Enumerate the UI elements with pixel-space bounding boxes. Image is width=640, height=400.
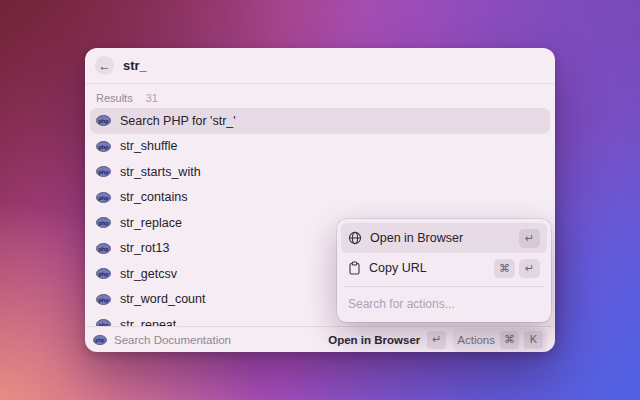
php-icon: php <box>96 216 111 229</box>
result-row[interactable]: php str_starts_with <box>90 159 550 185</box>
result-row[interactable]: php Search PHP for 'str_' <box>90 108 550 134</box>
return-key: ↵ <box>519 259 540 278</box>
svg-text:php: php <box>98 118 109 124</box>
command-key: ⌘ <box>500 331 519 349</box>
primary-action-button[interactable]: Open in Browser <box>328 334 420 346</box>
action-copy-url[interactable]: Copy URL ⌘ ↵ <box>341 253 547 283</box>
results-count: 31 <box>146 92 158 104</box>
footer-app: php Search Documentation <box>93 334 231 346</box>
result-label: str_rot13 <box>120 241 169 255</box>
footer-app-label: Search Documentation <box>114 334 231 346</box>
action-label: Open in Browser <box>370 231 463 245</box>
svg-text:php: php <box>98 271 109 277</box>
php-icon: php <box>96 191 111 204</box>
clipboard-icon <box>348 261 361 275</box>
actions-search-input[interactable] <box>341 290 547 318</box>
result-label: str_word_count <box>120 292 205 306</box>
back-button[interactable]: ← <box>95 56 114 75</box>
svg-text:php: php <box>98 169 109 175</box>
actions-menu-button[interactable]: Actions ⌘ K <box>453 328 547 352</box>
result-label: str_starts_with <box>120 165 201 179</box>
result-label: str_repeat <box>120 318 176 326</box>
action-shortcut: ⌘ ↵ <box>494 259 540 278</box>
launcher-window: ← Results 31 php Search PHP for 'str_' p… <box>85 48 555 352</box>
svg-text:php: php <box>98 220 109 226</box>
php-icon: php <box>96 114 111 127</box>
result-label: str_shuffle <box>120 139 177 153</box>
php-icon: php <box>96 293 111 306</box>
result-label: str_getcsv <box>120 267 177 281</box>
action-label: Copy URL <box>369 261 427 275</box>
php-icon: php <box>96 242 111 255</box>
actions-popover: Open in Browser ↵ Copy URL ⌘ ↵ <box>337 219 551 322</box>
php-icon: php <box>96 165 111 178</box>
results-header: Results 31 <box>90 84 550 108</box>
result-row[interactable]: php str_contains <box>90 185 550 211</box>
actions-menu-label: Actions <box>457 334 495 346</box>
result-label: Search PHP for 'str_' <box>120 114 236 128</box>
search-bar: ← <box>85 48 555 84</box>
result-row[interactable]: php str_shuffle <box>90 134 550 160</box>
svg-text:php: php <box>98 245 109 251</box>
svg-text:php: php <box>98 143 109 149</box>
php-icon: php <box>93 334 107 346</box>
return-key: ↵ <box>427 331 446 349</box>
svg-text:php: php <box>98 194 109 200</box>
search-input[interactable] <box>123 58 545 73</box>
k-key: K <box>524 331 543 349</box>
php-icon: php <box>96 318 111 326</box>
footer-actions: Open in Browser ↵ Actions ⌘ K <box>328 328 547 352</box>
results-header-label: Results <box>96 92 133 104</box>
footer-bar: php Search Documentation Open in Browser… <box>85 326 555 352</box>
result-label: str_contains <box>120 190 187 204</box>
result-label: str_replace <box>120 216 182 230</box>
globe-icon <box>348 231 362 245</box>
popover-divider <box>344 286 544 287</box>
action-shortcut: ↵ <box>519 229 540 248</box>
command-key: ⌘ <box>494 259 515 278</box>
return-key: ↵ <box>519 229 540 248</box>
php-icon: php <box>96 267 111 280</box>
svg-text:php: php <box>98 296 109 302</box>
svg-text:php: php <box>95 336 104 342</box>
back-arrow-icon: ← <box>99 60 111 72</box>
action-open-in-browser[interactable]: Open in Browser ↵ <box>341 223 547 253</box>
php-icon: php <box>96 140 111 153</box>
